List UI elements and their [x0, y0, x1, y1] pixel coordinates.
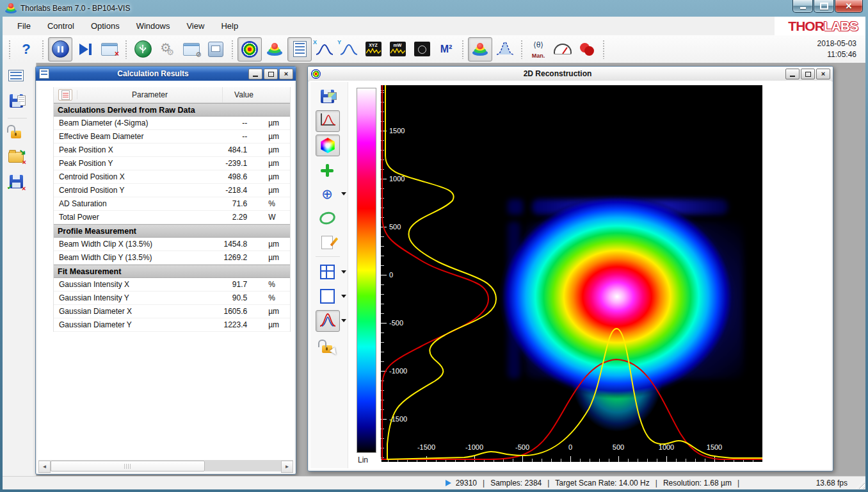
camera-icon [414, 42, 430, 56]
plus-icon [321, 164, 334, 177]
horizontal-scrollbar[interactable]: ◄ ► [38, 460, 293, 472]
menu-control[interactable]: Control [39, 19, 83, 33]
table-row[interactable]: Peak Position Y-239.1µm [54, 157, 290, 170]
y-profile-button[interactable]: Y [337, 38, 360, 61]
calc-window-titlebar[interactable]: Calculation Results × [36, 67, 296, 81]
table-row[interactable]: Gaussian Intensity Y90.5% [54, 291, 290, 305]
target-view-button[interactable] [237, 37, 262, 62]
calc-maximize-button[interactable] [264, 69, 278, 79]
scrollbar-track[interactable] [205, 461, 281, 472]
m-squared-button[interactable]: M² [435, 38, 458, 61]
usb-connection-button[interactable] [131, 38, 154, 61]
table-row[interactable]: Beam Diameter (4-Sigma)--µm [54, 117, 290, 130]
rectangle-dropdown[interactable] [341, 295, 346, 298]
help-button[interactable]: ? [15, 38, 38, 61]
calc-minimize-button[interactable] [248, 69, 262, 79]
grid-dropdown[interactable] [341, 270, 346, 274]
toolbar-grip [42, 40, 44, 59]
parameter-cell: Beam Width Clip Y (13.5%) [54, 253, 220, 262]
edit-annotations-button[interactable] [316, 232, 339, 252]
table-row[interactable]: Effective Beam Diameter--µm [54, 130, 290, 144]
report-icon [58, 89, 72, 101]
value-cell: 1454.8 [220, 240, 262, 249]
menu-options[interactable]: Options [83, 19, 128, 33]
unit-cell: µm [262, 145, 290, 154]
add-marker-button[interactable] [316, 160, 339, 181]
camera-view-button[interactable] [410, 38, 433, 61]
scrollbar-thumb[interactable] [51, 461, 205, 472]
calculation-results-button[interactable] [287, 37, 312, 62]
scroll-right-button[interactable]: ► [281, 461, 293, 473]
divergence-manual-button[interactable]: ⟨θ⟩Man. [527, 38, 550, 61]
menu-help[interactable]: Help [213, 19, 246, 33]
settings-button[interactable]: ⚙⚙ [156, 38, 179, 61]
save-image-button[interactable] [316, 86, 339, 106]
save-results-button[interactable] [6, 91, 26, 110]
close-button[interactable]: ✕ [835, 0, 863, 13]
table-row[interactable]: Beam Width Clip X (13.5%)1454.8µm [54, 238, 290, 251]
unit-cell: µm [262, 132, 290, 141]
recon-maximize-button[interactable] [801, 69, 815, 79]
xyz-chart-button[interactable]: XYZ [362, 38, 385, 61]
report-icon-cell[interactable] [54, 89, 77, 101]
x-profile-button[interactable]: X [313, 38, 336, 61]
parameter-column-header[interactable]: Parameter [77, 90, 222, 99]
play-icon [446, 480, 451, 486]
color-palette-button[interactable] [316, 135, 340, 156]
rectangle-overlay-button[interactable] [316, 286, 339, 306]
recon-window-titlebar[interactable]: 2D Reconstruction × [308, 67, 833, 81]
thorlabs-logo: THORLABS [775, 17, 865, 35]
2d-reconstruction-button[interactable] [468, 37, 492, 62]
table-row[interactable]: Gaussian Diameter X1605.6µm [54, 305, 290, 318]
table-row[interactable]: AD Saturation71.6% [54, 197, 290, 211]
panel-list-button[interactable] [6, 66, 26, 85]
beam-profile-button[interactable] [263, 38, 286, 61]
export-data-button[interactable]: ➜× [6, 146, 26, 165]
scale-mode-label[interactable]: Lin [358, 455, 368, 464]
gaussian-fit-button[interactable] [494, 38, 517, 61]
table-row[interactable]: Gaussian Diameter Y1223.4µm [54, 318, 290, 332]
scroll-left-button[interactable]: ◄ [38, 461, 51, 473]
fit-curves-overlay-button[interactable] [316, 310, 340, 332]
lock-results-button[interactable] [6, 122, 26, 141]
gears-icon: ⚙⚙ [160, 42, 174, 56]
menu-windows[interactable]: Windows [128, 19, 179, 33]
toolbar-grip [520, 40, 523, 59]
value-column-header[interactable]: Value [222, 87, 265, 102]
parameter-cell: Effective Beam Diameter [54, 132, 220, 141]
step-icon [79, 44, 92, 55]
table-row[interactable]: Gaussian Intensity X91.7% [54, 278, 290, 291]
table-row[interactable]: Peak Position X484.1µm [54, 144, 290, 157]
menu-file[interactable]: File [9, 19, 39, 33]
menu-view[interactable]: View [178, 19, 213, 33]
close-live-view-button[interactable]: × [98, 38, 121, 61]
save-options-button[interactable]: ✓× [6, 172, 26, 191]
ellipse-marker-button[interactable] [316, 208, 339, 228]
plot-area[interactable]: -1500-1000-500050010001500150010005000-5… [381, 85, 762, 462]
minimize-button[interactable] [792, 0, 813, 13]
table-row[interactable]: Beam Width Clip Y (13.5%)1269.2µm [54, 251, 290, 265]
fit-dropdown[interactable] [341, 319, 346, 322]
recon-close-button[interactable]: × [816, 69, 830, 79]
recon-minimize-button[interactable] [785, 69, 800, 79]
lock-cursor-button[interactable] [316, 336, 339, 356]
table-row[interactable]: Total Power2.29W [54, 211, 290, 224]
table-row[interactable]: Centroid Position Y-218.4µm [54, 184, 290, 197]
device-manager-button[interactable] [204, 38, 227, 61]
single-shot-button[interactable] [74, 38, 97, 61]
maximize-button[interactable] [814, 0, 834, 13]
profiles-overlay-button[interactable] [316, 110, 340, 132]
device-settings-button[interactable]: ⚙ [180, 38, 203, 61]
power-chart-button[interactable]: mW [386, 38, 409, 61]
laser-spot-button[interactable] [575, 38, 599, 61]
title-bar[interactable]: Thorlabs Beam 7.0 - BP104-VIS ✕ [0, 0, 868, 17]
grid-overlay-button[interactable] [316, 261, 339, 282]
crosshair-dropdown[interactable] [341, 192, 346, 195]
power-meter-button[interactable] [551, 38, 574, 61]
pause-button[interactable] [48, 37, 72, 62]
date-label: 2018-05-03 [817, 38, 856, 49]
calc-close-button[interactable]: × [279, 69, 293, 79]
table-row[interactable]: Centroid Position X498.6µm [54, 170, 290, 184]
unit-cell: µm [262, 119, 290, 127]
crosshair-marker-button[interactable]: ⊕ [316, 183, 339, 204]
